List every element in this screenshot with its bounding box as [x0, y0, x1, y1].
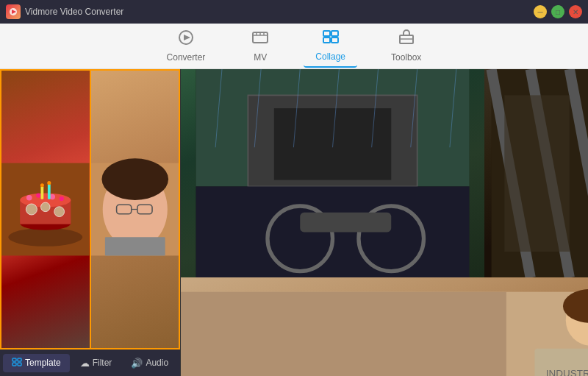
svg-rect-35 [18, 358, 21, 361]
svg-rect-52 [300, 213, 391, 233]
tab-audio[interactable]: 🔊 Audio [122, 354, 177, 372]
left-video-area [0, 69, 180, 350]
svg-marker-3 [184, 35, 190, 40]
app-title: Vidmore Video Converter [25, 7, 123, 17]
svg-rect-34 [12, 358, 16, 361]
mv-label: MV [254, 52, 267, 63]
audio-tab-label: Audio [146, 358, 168, 368]
svg-rect-61 [504, 95, 570, 252]
svg-point-26 [40, 202, 50, 212]
main-content: Template ☁ Filter 🔊 Audio [0, 69, 588, 376]
tab-template[interactable]: Template [3, 354, 70, 372]
svg-point-12 [8, 228, 82, 246]
svg-rect-36 [12, 363, 16, 366]
collage-icon [321, 29, 340, 49]
right-video-area: INDUSTRIAL BIRTH SOCIETY [181, 69, 588, 376]
left-video-cell-1 [1, 71, 91, 348]
converter-icon [176, 29, 196, 50]
audio-tab-icon: 🔊 [131, 358, 143, 369]
title-bar-left: Vidmore Video Converter [6, 4, 123, 19]
left-panel: Template ☁ Filter 🔊 Audio [0, 69, 181, 376]
tab-collage[interactable]: Collage [304, 24, 357, 68]
svg-point-23 [47, 181, 51, 185]
right-video-cell-3: INDUSTRIAL BIRTH SOCIETY [181, 277, 588, 376]
svg-point-17 [36, 193, 40, 197]
right-panel: INDUSTRIAL BIRTH SOCIETY ▶ ⏹ 00:00:01.21… [181, 69, 588, 376]
svg-text:INDUSTRIAL BIRTH: INDUSTRIAL BIRTH [546, 369, 588, 376]
template-tab-label: Template [25, 358, 61, 368]
svg-rect-37 [18, 363, 21, 366]
right-video-cell-2 [484, 69, 588, 277]
svg-rect-7 [323, 38, 330, 43]
svg-rect-8 [331, 38, 338, 43]
app-logo [6, 4, 21, 19]
toolbox-label: Toolbox [391, 52, 421, 63]
tab-filter[interactable]: ☁ Filter [71, 354, 121, 372]
svg-rect-69 [181, 292, 506, 376]
left-video-cell-2 [91, 71, 179, 348]
mv-icon [251, 29, 270, 50]
right-video-top [181, 69, 588, 277]
nav-bar: Converter MV Collage [0, 24, 588, 69]
svg-rect-33 [104, 237, 165, 255]
right-video-cell-1 [181, 69, 484, 277]
maximize-button[interactable]: □ [551, 5, 564, 18]
filter-tab-icon: ☁ [80, 358, 90, 369]
tab-converter[interactable]: Converter [155, 25, 218, 67]
tab-toolbox[interactable]: Toolbox [379, 25, 433, 67]
svg-rect-5 [323, 31, 330, 36]
toolbox-icon [397, 29, 416, 50]
minimize-button[interactable]: ─ [534, 5, 547, 18]
svg-point-22 [40, 183, 44, 187]
template-tab-icon [12, 358, 22, 369]
svg-point-24 [26, 204, 37, 215]
face-video-bg [91, 71, 179, 348]
svg-point-16 [26, 195, 32, 201]
svg-rect-21 [48, 184, 51, 199]
svg-rect-6 [331, 31, 338, 36]
svg-point-32 [101, 158, 168, 200]
tab-mv[interactable]: MV [239, 25, 282, 67]
svg-rect-20 [40, 186, 43, 199]
title-bar-controls[interactable]: ─ □ ✕ [534, 5, 582, 18]
converter-label: Converter [167, 52, 206, 63]
svg-point-19 [60, 196, 64, 201]
collage-label: Collage [315, 52, 345, 62]
close-button[interactable]: ✕ [569, 5, 582, 18]
title-bar: Vidmore Video Converter ─ □ ✕ [0, 0, 588, 24]
panel-tab-bar: Template ☁ Filter 🔊 Audio [0, 350, 180, 376]
filter-tab-label: Filter [93, 358, 112, 368]
svg-point-25 [54, 207, 65, 217]
cake-video-bg [1, 71, 90, 348]
